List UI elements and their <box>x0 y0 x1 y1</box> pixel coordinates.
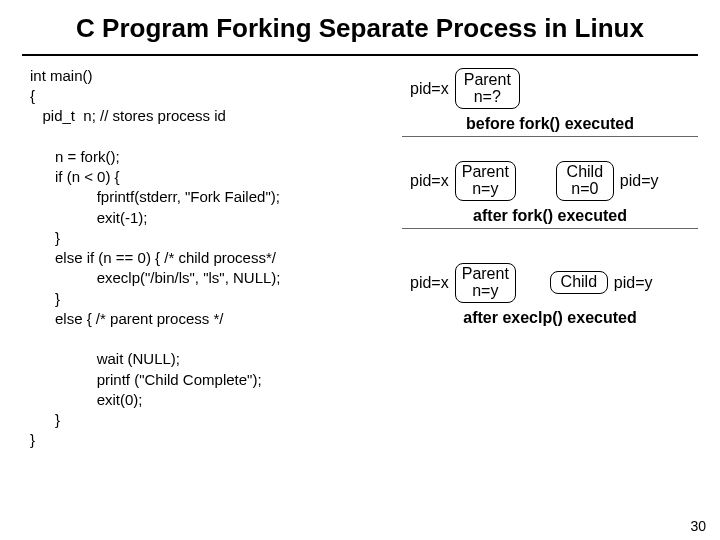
stage-after-execlp: pid=x Parent n=y Child pid=y after execl… <box>402 263 698 327</box>
pid-label: pid=x <box>410 172 449 190</box>
stage1-caption: before fork() executed <box>402 115 698 133</box>
page-number: 30 <box>690 518 706 534</box>
box-name: Child <box>567 164 603 181</box>
separator <box>402 136 698 137</box>
box-val: n=0 <box>571 181 598 198</box>
box-name: Parent <box>462 266 509 283</box>
parent-box: Parent n=? <box>455 68 520 110</box>
code-block: int main() { pid_t n; // stores process … <box>30 66 384 451</box>
pid-label: pid=y <box>614 274 653 292</box>
box-val: n=? <box>474 89 501 106</box>
diagram-area: pid=x Parent n=? before fork() executed … <box>402 66 698 451</box>
box-name: Parent <box>464 72 511 89</box>
pid-label: pid=x <box>410 274 449 292</box>
pid-label: pid=y <box>620 172 659 190</box>
stage-after-fork: pid=x Parent n=y Child n=0 pid=y after f… <box>402 161 698 229</box>
separator <box>402 228 698 229</box>
pid-label: pid=x <box>410 80 449 98</box>
stage3-row: pid=x Parent n=y Child pid=y <box>410 263 698 303</box>
stage1-row: pid=x Parent n=? <box>410 68 698 110</box>
stage2-caption: after fork() executed <box>402 207 698 225</box>
child-box: Child n=0 <box>556 161 614 201</box>
slide-title: C Program Forking Separate Process in Li… <box>0 0 720 50</box>
child-box: Child <box>550 271 608 294</box>
content-area: int main() { pid_t n; // stores process … <box>0 56 720 451</box>
box-val: n=y <box>472 283 498 300</box>
box-name: Parent <box>462 164 509 181</box>
stage3-caption: after execlp() executed <box>402 309 698 327</box>
parent-box: Parent n=y <box>455 161 516 201</box>
box-name: Child <box>561 274 597 291</box>
stage2-row: pid=x Parent n=y Child n=0 pid=y <box>410 161 698 201</box>
box-val: n=y <box>472 181 498 198</box>
parent-box: Parent n=y <box>455 263 516 303</box>
stage-before-fork: pid=x Parent n=? before fork() executed <box>402 68 698 138</box>
